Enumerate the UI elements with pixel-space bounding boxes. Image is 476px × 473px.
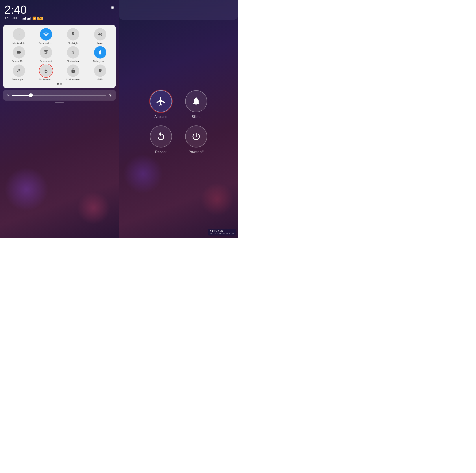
lock-screen-label: Lock screen: [67, 78, 80, 81]
airplane-mode-label: Airplane mode: [39, 78, 53, 81]
flashlight-label: Flashlight: [68, 42, 78, 44]
power-item-silent[interactable]: Silent: [182, 90, 210, 119]
brightness-row[interactable]: ☀ ☀: [3, 90, 116, 101]
date-display: Thu, Jul 11: [4, 16, 22, 20]
qs-item-wifi[interactable]: Bear and Pa…: [33, 28, 59, 44]
qs-item-mute[interactable]: Mute: [87, 28, 113, 44]
screen-record-label: Screen Recor…: [12, 60, 26, 63]
power-item-power-off[interactable]: Power off: [182, 125, 210, 154]
brightness-low-icon: ☀: [7, 93, 10, 98]
qs-item-battery-saver[interactable]: Battery saver: [87, 46, 113, 63]
background-blob-1: [4, 167, 49, 211]
status-bar: 2:40 Thu, Jul 11: [0, 0, 119, 22]
airplane-power-label: Airplane: [154, 115, 167, 119]
top-blur-overlay: [119, 0, 238, 20]
auto-brightness-button[interactable]: A: [13, 65, 25, 77]
wifi-icon: 📶: [32, 17, 36, 20]
reboot-power-label: Reboot: [155, 150, 167, 154]
swipe-handle[interactable]: [55, 102, 64, 103]
mute-button[interactable]: [94, 28, 106, 40]
reboot-power-button[interactable]: [150, 125, 172, 148]
left-panel: 2:40 Thu, Jul 11: [0, 0, 119, 238]
background-blob-right-2: [201, 183, 234, 216]
right-panel: Airplane Silent Reboot Power off: [119, 0, 238, 238]
screenshot-button[interactable]: [40, 46, 52, 59]
qs-item-auto-brightness[interactable]: A Auto brightne…: [6, 65, 32, 81]
brightness-fill: [12, 95, 31, 96]
power-menu: Airplane Silent Reboot Power off: [147, 90, 210, 154]
mute-label: Mute: [97, 42, 102, 44]
gps-button[interactable]: [94, 65, 106, 77]
background-blob-right-1: [123, 154, 163, 194]
brightness-high-icon: ☀: [108, 93, 112, 98]
watermark-logo: A⊕PUALS: [210, 230, 223, 232]
bluetooth-button[interactable]: [67, 46, 79, 59]
wifi-label: Bear and Pa…: [39, 42, 53, 44]
auto-brightness-label: Auto brightne…: [12, 78, 26, 81]
qs-item-lock-screen[interactable]: Lock screen: [60, 65, 86, 81]
qs-item-bluetooth[interactable]: Bluetooth ◀: [60, 46, 86, 63]
power-item-reboot[interactable]: Reboot: [147, 125, 175, 154]
qs-item-airplane-mode[interactable]: Airplane mode: [33, 65, 59, 81]
watermark-tagline: FROM THE EXPERTS!: [210, 232, 234, 235]
qs-item-mobile-data[interactable]: Mobile data: [6, 28, 32, 44]
screenshot-label: Screenshot: [40, 60, 52, 63]
power-off-label: Power off: [189, 150, 204, 154]
battery-saver-label: Battery saver: [93, 60, 107, 63]
page-dots: [6, 83, 113, 85]
signal-icon: [22, 17, 26, 20]
mobile-data-button[interactable]: [13, 28, 25, 40]
brightness-thumb[interactable]: [29, 93, 33, 97]
lock-screen-button[interactable]: [67, 65, 79, 77]
qs-item-flashlight[interactable]: Flashlight: [60, 28, 86, 44]
mobile-data-label: Mobile data: [13, 42, 25, 44]
wifi-button[interactable]: [40, 28, 52, 40]
dot-2: [60, 83, 62, 85]
airplane-power-button[interactable]: [150, 90, 172, 112]
qs-item-gps[interactable]: GPS: [87, 65, 113, 81]
qs-grid: Mobile data Bear and Pa… Flashlight: [6, 28, 113, 81]
brightness-slider[interactable]: [12, 95, 106, 96]
status-icons: 📶 5+: [22, 17, 42, 20]
background-blob-2: [77, 191, 110, 224]
silent-power-button[interactable]: [185, 90, 207, 112]
bluetooth-label: Bluetooth ◀: [67, 60, 80, 63]
dot-1: [57, 83, 59, 85]
flashlight-button[interactable]: [67, 28, 79, 40]
battery-saver-button[interactable]: [94, 46, 106, 59]
silent-power-label: Silent: [191, 115, 200, 119]
power-item-airplane[interactable]: Airplane: [147, 90, 175, 119]
gear-icon[interactable]: ⚙: [111, 5, 115, 10]
qs-item-screenshot[interactable]: Screenshot: [33, 46, 59, 63]
signal-icon-2: [27, 17, 31, 20]
quick-settings-panel: Mobile data Bear and Pa… Flashlight: [3, 25, 116, 88]
qs-item-screen-record[interactable]: Screen Recor…: [6, 46, 32, 63]
screen-record-button[interactable]: [13, 46, 25, 59]
airplane-mode-button[interactable]: [40, 65, 52, 77]
time-display: 2:40: [4, 4, 43, 16]
battery-badge: 5+: [37, 17, 42, 20]
watermark: A⊕PUALS FROM THE EXPERTS!: [208, 229, 236, 236]
gps-label: GPS: [98, 78, 102, 81]
power-off-button[interactable]: [185, 125, 207, 148]
